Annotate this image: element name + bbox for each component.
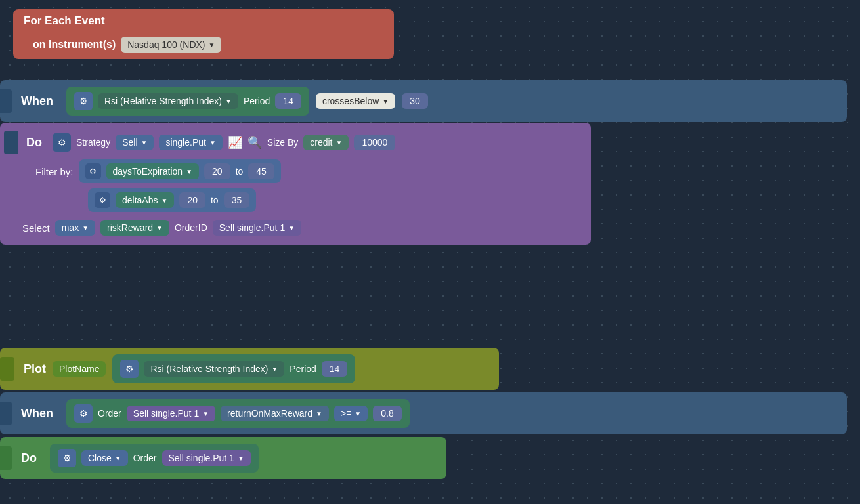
strategy-row: Do ⚙ Strategy Sell ▼ single.Put ▼ 📈 🔍 Si… — [9, 131, 582, 154]
plot-indicator-arrow: ▼ — [271, 366, 278, 373]
action-dropdown[interactable]: Sell ▼ — [116, 135, 154, 150]
size-by-label: Size By — [267, 137, 298, 148]
when-top-left-tab — [0, 89, 12, 113]
filter1-name-dropdown[interactable]: daysToExpiration ▼ — [106, 163, 200, 179]
when-bottom-gear-icon: ⚙ — [79, 408, 88, 419]
do-block-main: Do ⚙ Strategy Sell ▼ single.Put ▼ 📈 🔍 Si… — [0, 123, 591, 245]
select-fn-label: max — [62, 222, 79, 233]
action-label: Sell — [122, 137, 137, 148]
plot-indicator-dropdown[interactable]: Rsi (Relative Strength Index) ▼ — [144, 361, 284, 377]
plot-left-tab — [0, 357, 14, 381]
chart-line-icon[interactable]: 📈 — [228, 135, 242, 150]
plot-period-value[interactable]: 14 — [322, 361, 348, 377]
filter1-gear[interactable]: ⚙ — [85, 163, 101, 179]
do-bottom-left-tab — [0, 446, 12, 470]
for-each-event-block: For Each Event on Instrument(s) Nasdaq 1… — [13, 9, 394, 59]
filter2-block: ⚙ deltaAbs ▼ 20 to 35 — [88, 188, 256, 212]
when-bottom-gear[interactable]: ⚙ — [74, 404, 93, 423]
main-container: For Each Event on Instrument(s) Nasdaq 1… — [0, 0, 860, 504]
type-label: single.Put — [165, 137, 205, 148]
filter2-name-dropdown[interactable]: deltaAbs ▼ — [116, 192, 174, 208]
when-bottom-order-id: Sell single.Put 1 — [133, 408, 199, 419]
type-dropdown[interactable]: single.Put ▼ — [159, 135, 222, 150]
crosses-below-dropdown[interactable]: crossesBelow ▼ — [316, 93, 395, 109]
when-bottom-value[interactable]: 0.8 — [373, 406, 401, 421]
filter2-name-label: deltaAbs — [122, 195, 158, 205]
do-bottom-order-id: Sell single.Put 1 — [169, 453, 234, 463]
do-bottom-order-dropdown[interactable]: Sell single.Put 1 ▼ — [162, 450, 251, 466]
when-block-bottom: When ⚙ Order Sell single.Put 1 ▼ returnO… — [0, 392, 847, 434]
when-top-inner: ⚙ Rsi (Relative Strength Index) ▼ Period… — [66, 87, 309, 116]
size-by-arrow: ▼ — [336, 139, 343, 146]
filter1-block: ⚙ daysToExpiration ▼ 20 to 45 — [79, 159, 281, 183]
do-bottom-gear-icon: ⚙ — [63, 453, 72, 463]
do-left-tab — [4, 131, 18, 154]
do-bottom-order-label: Order — [133, 453, 157, 463]
do-block-bottom: Do ⚙ Close ▼ Order Sell single.Put 1 ▼ — [0, 437, 446, 479]
plot-name-label: PlotName — [59, 364, 99, 374]
select-field-dropdown[interactable]: riskReward ▼ — [100, 220, 169, 236]
when-bottom-order-dropdown[interactable]: Sell single.Put 1 ▼ — [127, 406, 215, 421]
action-arrow: ▼ — [141, 139, 148, 146]
instrument-value: Nasdaq 100 (NDX) — [127, 39, 205, 50]
size-by-value: credit — [310, 137, 332, 148]
when-top-label: When — [21, 94, 53, 108]
do-bottom-inner: ⚙ Close ▼ Order Sell single.Put 1 ▼ — [50, 444, 259, 472]
do-bottom-order-arrow: ▼ — [238, 455, 244, 462]
instrument-dropdown[interactable]: Nasdaq 100 (NDX) ▼ — [121, 37, 221, 52]
select-fn-arrow: ▼ — [82, 224, 89, 232]
instrument-label: on Instrument(s) — [33, 39, 116, 51]
filter1-gear-icon: ⚙ — [89, 167, 97, 176]
when-bottom-label: When — [21, 407, 53, 421]
size-number[interactable]: 10000 — [354, 135, 395, 150]
order-id-arrow: ▼ — [288, 224, 295, 232]
size-by-dropdown[interactable]: credit ▼ — [303, 135, 349, 150]
plot-name-pill[interactable]: PlotName — [53, 361, 106, 377]
order-id-value: Sell single.Put 1 — [219, 222, 285, 233]
do-gear[interactable]: ⚙ — [53, 133, 71, 152]
plot-gear[interactable]: ⚙ — [120, 360, 139, 378]
when-bottom-operator-arrow: ▼ — [355, 410, 361, 417]
do-bottom-label: Do — [21, 452, 37, 465]
chart-search-icon[interactable]: 🔍 — [247, 135, 262, 150]
filter-label: Filter by: — [35, 166, 74, 177]
rsi-indicator-label: Rsi (Relative Strength Index) — [104, 96, 222, 106]
for-each-title: For Each Event — [24, 14, 105, 27]
when-bottom-left-tab — [0, 402, 12, 425]
when-bottom-field-dropdown[interactable]: returnOnMaxReward ▼ — [221, 406, 329, 421]
do-bottom-action-dropdown[interactable]: Close ▼ — [81, 450, 128, 466]
when-top-gear-icon: ⚙ — [79, 96, 88, 106]
filter1-min[interactable]: 20 — [204, 163, 230, 179]
select-label: Select — [22, 222, 50, 234]
period-label: Period — [244, 96, 270, 106]
when-bottom-operator-dropdown[interactable]: >= ▼ — [334, 406, 368, 421]
rsi-indicator-dropdown[interactable]: Rsi (Relative Strength Index) ▼ — [98, 93, 238, 109]
filter2-to: to — [211, 195, 219, 205]
select-fn-dropdown[interactable]: max ▼ — [55, 220, 95, 236]
when-bottom-field-arrow: ▼ — [316, 410, 322, 417]
filter2-max[interactable]: 35 — [224, 192, 250, 208]
filter2-min[interactable]: 20 — [179, 192, 205, 208]
filter-row-1: Filter by: ⚙ daysToExpiration ▼ 20 to 45 — [35, 159, 582, 183]
when-top-gear[interactable]: ⚙ — [74, 92, 93, 110]
when-block-top: When ⚙ Rsi (Relative Strength Index) ▼ P… — [0, 80, 847, 122]
do-bottom-action-label: Close — [88, 453, 112, 463]
filter2-gear[interactable]: ⚙ — [95, 192, 110, 208]
when-bottom-order-arrow: ▼ — [202, 410, 209, 417]
when-bottom-inner: ⚙ Order Sell single.Put 1 ▼ returnOnMaxR… — [66, 399, 410, 428]
period-value[interactable]: 14 — [275, 93, 301, 109]
strategy-label: Strategy — [76, 137, 110, 148]
do-bottom-gear[interactable]: ⚙ — [58, 449, 76, 467]
for-each-instrument-row: on Instrument(s) Nasdaq 100 (NDX) ▼ — [13, 33, 394, 59]
plot-indicator-label: Rsi (Relative Strength Index) — [150, 364, 268, 374]
order-id-dropdown[interactable]: Sell single.Put 1 ▼ — [213, 220, 301, 236]
order-id-label: OrderID — [175, 222, 207, 233]
plot-label: Plot — [24, 362, 46, 376]
plot-inner: ⚙ Rsi (Relative Strength Index) ▼ Period… — [112, 354, 355, 383]
crosses-below-label: crossesBelow — [322, 96, 379, 106]
filter1-max[interactable]: 45 — [248, 163, 274, 179]
threshold-value[interactable]: 30 — [402, 93, 428, 109]
plot-period-label: Period — [290, 364, 316, 374]
filter2-gear-icon: ⚙ — [99, 196, 106, 205]
filter2-arrow: ▼ — [161, 197, 167, 204]
